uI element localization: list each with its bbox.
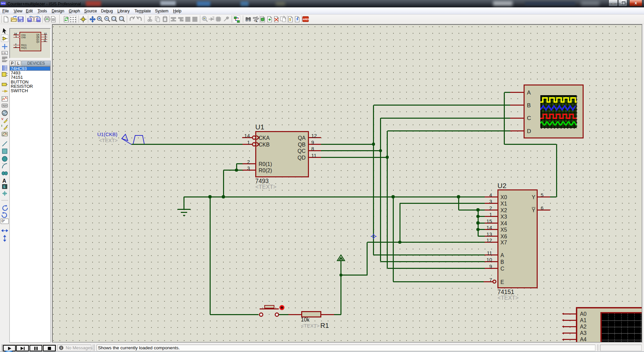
- svg-text:LBL: LBL: [2, 52, 7, 55]
- svg-text:V: V: [1, 117, 3, 121]
- svg-text:$: $: [289, 17, 291, 21]
- svg-text:S: S: [3, 185, 6, 189]
- svg-text:ARES: ARES: [303, 18, 309, 21]
- svg-text:A: A: [256, 20, 258, 23]
- svg-text:I: I: [1, 124, 2, 127]
